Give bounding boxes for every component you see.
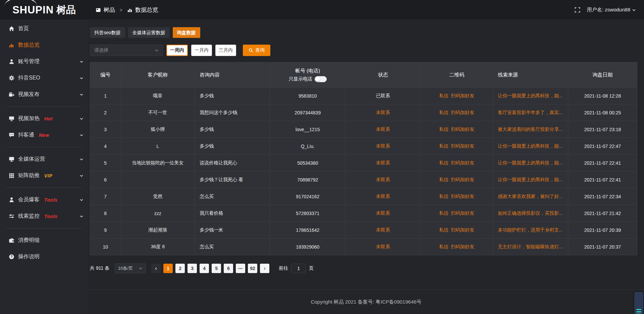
qr-link[interactable]: 扫码加好友 [451,143,474,149]
range-button[interactable]: 一周内 [166,45,188,56]
chat-widget[interactable] [634,292,643,314]
sidebar-item-video[interactable]: 视频发布 [0,86,88,103]
breadcrumb-app[interactable]: 树品 [104,6,115,14]
goto-page-input[interactable] [291,264,306,273]
page-button[interactable]: 3 [187,264,197,273]
filter-select[interactable]: 请选择 [90,45,163,56]
qr-link[interactable]: 私信 [439,194,448,200]
goto-suffix: 页 [309,265,314,271]
qr-link[interactable]: 扫码加好友 [451,126,474,133]
sidebar-item-grid[interactable]: 矩阵助推VIP [0,167,88,184]
cell-source[interactable]: 被大家追着问的客厅投影分享... [493,121,568,138]
more-pages-button[interactable]: ••• [236,264,245,273]
column-header: 客户昵称 [121,62,195,88]
cell-source[interactable]: 让你一眼就爱上的黑科技，能... [493,171,568,188]
sidebar-item-gear[interactable]: 抖音SEO [0,70,88,86]
search-button[interactable]: 查询 [243,45,270,56]
monitor-icon [8,156,14,162]
table-row: 4L多少钱Q_Liu.未联系私信扫码加好友让你一眼就爱上的黑科技，能...202… [90,138,637,155]
cell-status: 未联系 [345,171,421,188]
sidebar-item-label: 视频加热 [18,115,40,122]
cell-source[interactable]: 无主灯设计，智能磁吸轨道灯... [493,239,568,255]
qr-link[interactable]: 私信 [439,143,448,149]
fullscreen-icon[interactable] [575,7,580,13]
page-button[interactable]: 2 [175,264,185,273]
page-button[interactable]: 4 [200,264,209,273]
cell-source[interactable]: 多功能护栏灯，适用于乡村文... [493,222,568,239]
qr-link[interactable]: 扫码加好友 [451,160,474,166]
cell-index: 8 [90,205,121,222]
goto-page: 前往 页 [279,264,314,273]
qr-link[interactable]: 扫码加好友 [451,210,474,216]
cell-date: 2021-11-07 22:41 [568,171,637,188]
qr-link[interactable]: 扫码加好友 [451,93,474,99]
cell-source[interactable]: 客厅安装投影半年多了，真实... [493,104,568,121]
cell-source[interactable]: 让你一眼就爱上的黑科技，能... [493,138,568,155]
sidebar-item-sliders[interactable]: 线索监控Tools [0,208,88,224]
chevron-down-icon [139,266,143,270]
qr-link[interactable]: 私信 [439,126,448,133]
qr-link[interactable]: 扫码加好友 [451,194,474,200]
page-button[interactable]: 5 [212,264,221,273]
qr-link[interactable]: 扫码加好友 [451,244,474,250]
sidebar-item-person[interactable]: 会员爆客Tools [0,192,88,208]
qr-links: 私信扫码加好友 [439,194,474,200]
sidebar-item-label: 账号管理 [18,58,40,65]
qr-link[interactable]: 私信 [439,227,448,233]
sidebar-item-monitor[interactable]: 全媒体运营 [0,151,88,167]
cell-status: 未联系 [345,138,421,155]
tab-全媒体运营数据[interactable]: 全媒体运营数据 [128,27,170,38]
qr-link[interactable]: 私信 [439,160,448,166]
chevron-down-icon [632,8,636,12]
cell-account: 917024162 [270,188,346,205]
qr-link[interactable]: 私信 [439,210,448,216]
qr-links: 私信扫码加好友 [439,110,474,116]
toggle-label: 只显示电话 [289,76,312,82]
sidebar-item-screen[interactable]: 视频加热Hot [0,110,88,127]
tab-抖音seo数据[interactable]: 抖音seo数据 [90,27,125,38]
page-button[interactable]: 92 [248,264,257,273]
cell-date: 2021-11-07 22:41 [568,155,637,171]
qr-link[interactable]: 私信 [439,244,448,250]
cell-nickname: 狐小狸 [121,121,195,138]
range-button[interactable]: 三月内 [215,45,236,56]
cell-date: 2021-11-07 20:39 [568,222,637,239]
cell-status: 已联系 [345,88,421,104]
sidebar-item-home[interactable]: 首页 [0,20,88,37]
sidebar-item-wallet[interactable]: 消费明细 [0,232,88,249]
page-button[interactable]: 6 [224,264,233,273]
cell-nickname: 觉然 [121,188,195,205]
cell-nickname: 潮起潮落 [121,222,195,239]
cell-source[interactable]: 让你一眼就爱上的黑科技，能... [493,88,568,104]
user-menu[interactable]: 用户名: zswodun88 [587,7,636,13]
phone-only-toggle[interactable] [315,76,327,82]
sidebar-item-bar-chart[interactable]: 数据总览 [0,37,88,53]
page-size-select[interactable]: 10条/页 [115,263,146,273]
footer: Copyright 树品 2021 备案号: 粤ICP备09019646号 [88,290,644,314]
next-page-button[interactable]: › [260,264,269,273]
table-row: 8zzz我只看价格572803371未联系私信扫码加好友如何正确选择投影仪，买投… [90,205,637,222]
qr-link[interactable]: 私信 [439,93,448,99]
sidebar-item-comment[interactable]: 抖客通New [0,127,88,143]
prev-page-button[interactable]: ‹ [151,264,161,273]
cell-source[interactable]: 让你一眼就爱上的黑科技，能... [493,155,568,171]
cell-source[interactable]: 感谢大家喜欢我家，被问了好... [493,188,568,205]
range-button[interactable]: 一月内 [191,45,212,56]
tab-询盘数据[interactable]: 询盘数据 [173,27,200,38]
sidebar-divider [6,188,82,188]
table-row: 6多少钱？让我死心 看70898792未联系私信扫码加好友让你一眼就爱上的黑科技… [90,171,637,188]
qr-link[interactable]: 扫码加好友 [451,227,474,233]
qr-link[interactable]: 扫码加好友 [451,177,474,183]
qr-link[interactable]: 私信 [439,110,448,116]
qr-link[interactable]: 私信 [439,177,448,183]
cell-index: 5 [90,155,121,171]
cell-source[interactable]: 如何正确选择投影仪，买投影... [493,205,568,222]
table-row: 7觉然怎么买917024162未联系私信扫码加好友感谢大家喜欢我家，被问了好..… [90,188,637,205]
page-button[interactable]: 1 [163,264,173,273]
cell-date: 2021-11-07 20:37 [568,239,637,255]
sidebar-item-question[interactable]: ?操作说明 [0,249,88,265]
sidebar-item-user[interactable]: 账号管理 [0,53,88,70]
search-icon [249,48,253,53]
qr-link[interactable]: 扫码加好友 [451,110,474,116]
pagination-total: 共 911 条 [90,265,109,271]
